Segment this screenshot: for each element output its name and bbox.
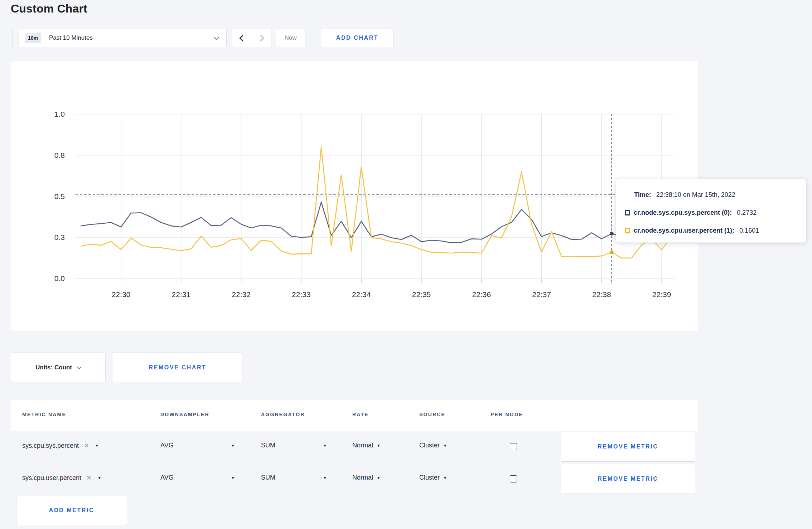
remove-metric-button[interactable]: REMOVE METRIC: [561, 432, 695, 462]
tooltip-time-row: Time: 22:38:10 on Mar 15th, 2022: [625, 189, 797, 201]
x-axis-label: 22:32: [232, 290, 251, 299]
caret-down-icon: ▼: [323, 443, 327, 448]
x-axis-label: 22:36: [472, 290, 491, 299]
rate-value: Normal: [352, 442, 373, 449]
series-line-cr.node.sys.cpu.user.percent: [81, 147, 672, 258]
y-axis-label: 0.8: [54, 151, 65, 159]
col-header-downsampler: DOWNSAMPLER: [160, 412, 209, 417]
chart-panel[interactable]: 0.00.30.50.81.022:3022:3122:3222:3322:34…: [11, 61, 698, 331]
col-header-aggregator: AGGREGATOR: [261, 412, 305, 417]
source-dropdown[interactable]: Cluster ▼: [419, 474, 447, 481]
x-axis-label: 22:39: [652, 290, 671, 299]
toolbar-divider: [12, 29, 13, 47]
chevron-right-icon: [257, 35, 264, 41]
tooltip-series-name: cr.node.sys.cpu.user.percent (1):: [634, 227, 734, 234]
add-metric-button[interactable]: ADD METRIC: [16, 496, 127, 525]
caret-down-icon: ▼: [443, 443, 447, 448]
aggregator-dropdown[interactable]: SUM ▼: [261, 474, 327, 481]
series-sys-swatch-icon: [625, 210, 630, 215]
series-user-swatch-icon: [625, 228, 630, 233]
clear-metric-icon[interactable]: ✕: [86, 474, 92, 482]
x-axis-label: 22:35: [412, 290, 431, 299]
caret-down-icon: ▼: [377, 476, 381, 480]
prev-interval-button[interactable]: [232, 29, 252, 47]
timeseries-chart[interactable]: 0.00.30.50.81.022:3022:3122:3222:3322:34…: [11, 61, 699, 331]
x-axis-label: 22:31: [172, 290, 191, 299]
caret-down-icon: ▼: [95, 443, 99, 448]
x-axis-label: 22:33: [292, 290, 311, 299]
downsampler-value: AVG: [160, 474, 174, 481]
chart-tooltip: Time: 22:38:10 on Mar 15th, 2022 cr.node…: [616, 179, 806, 243]
y-axis-label: 0.5: [54, 192, 65, 200]
hover-dot-cr.node.sys.cpu.user.percent: [610, 250, 614, 254]
y-axis-label: 0.3: [54, 233, 65, 241]
tooltip-time-value: 22:38:10 on Mar 15th, 2022: [656, 191, 735, 199]
time-step-buttons: [232, 29, 271, 47]
tooltip-series-value: 0.2732: [737, 209, 757, 217]
page-title: Custom Chart: [11, 2, 87, 15]
units-label: Units: Count: [35, 364, 72, 371]
x-axis-label: 22:30: [112, 290, 131, 299]
caret-down-icon: ▼: [443, 476, 447, 480]
col-header-per-node: PER NODE: [490, 412, 523, 417]
tooltip-series-row: cr.node.sys.cpu.user.percent (1): 0.1601: [625, 224, 797, 237]
source-value: Cluster: [419, 442, 440, 449]
caret-down-icon: ▼: [231, 476, 235, 480]
tooltip-series-name: cr.node.sys.cpu.sys.percent (0):: [634, 209, 732, 217]
metric-name: sys.cpu.user.percent: [22, 474, 81, 482]
metric-name-dropdown[interactable]: sys.cpu.sys.percent ✕ ▼: [22, 442, 99, 450]
chevron-left-icon: [240, 35, 246, 41]
now-button[interactable]: Now: [276, 29, 305, 47]
aggregator-value: SUM: [261, 474, 275, 481]
time-window-badge: 10m: [25, 33, 41, 43]
rate-dropdown[interactable]: Normal ▼: [352, 474, 381, 481]
clear-metric-icon[interactable]: ✕: [84, 442, 89, 450]
caret-down-icon: ▼: [377, 443, 381, 448]
y-axis-label: 1.0: [54, 110, 65, 118]
x-axis-label: 22:34: [352, 290, 371, 299]
caret-down-icon: ▼: [231, 443, 235, 448]
remove-chart-button[interactable]: REMOVE CHART: [113, 353, 242, 382]
aggregator-value: SUM: [261, 442, 275, 449]
chevron-down-icon: [77, 365, 82, 369]
source-value: Cluster: [419, 474, 440, 481]
caret-down-icon: ▼: [323, 476, 327, 480]
downsampler-value: AVG: [160, 442, 174, 449]
col-header-rate: RATE: [352, 412, 369, 417]
col-header-metric-name: METRIC NAME: [22, 412, 66, 417]
caret-down-icon: ▼: [97, 476, 101, 480]
rate-dropdown[interactable]: Normal ▼: [352, 442, 381, 449]
series-line-cr.node.sys.cpu.sys.percent: [81, 202, 672, 243]
time-window-select[interactable]: 10m Past 10 Minutes: [19, 29, 227, 47]
hover-dot-cr.node.sys.cpu.sys.percent: [610, 232, 614, 236]
downsampler-dropdown[interactable]: AVG ▼: [160, 442, 235, 449]
col-header-source: SOURCE: [419, 412, 445, 417]
remove-metric-button[interactable]: REMOVE METRIC: [561, 464, 695, 494]
next-interval-button[interactable]: [252, 29, 271, 47]
time-window-label: Past 10 Minutes: [49, 34, 93, 42]
rate-value: Normal: [352, 474, 373, 481]
y-axis-label: 0.0: [54, 274, 65, 282]
chevron-down-icon: [214, 34, 219, 40]
add-chart-button[interactable]: ADD CHART: [321, 29, 394, 47]
metric-name: sys.cpu.sys.percent: [22, 442, 79, 450]
source-dropdown[interactable]: Cluster ▼: [419, 442, 447, 449]
tooltip-series-row: cr.node.sys.cpu.sys.percent (0): 0.2732: [625, 207, 797, 219]
downsampler-dropdown[interactable]: AVG ▼: [160, 474, 235, 481]
units-select[interactable]: Units: Count: [11, 353, 106, 382]
aggregator-dropdown[interactable]: SUM ▼: [261, 442, 327, 449]
tooltip-time-label: Time:: [634, 191, 651, 199]
x-axis-label: 22:37: [532, 290, 551, 299]
per-node-checkbox[interactable]: [510, 475, 517, 482]
tooltip-series-value: 0.1601: [739, 227, 759, 234]
per-node-checkbox[interactable]: [510, 443, 517, 450]
x-axis-label: 22:38: [592, 290, 611, 299]
metric-name-dropdown[interactable]: sys.cpu.user.percent ✕ ▼: [22, 474, 101, 482]
